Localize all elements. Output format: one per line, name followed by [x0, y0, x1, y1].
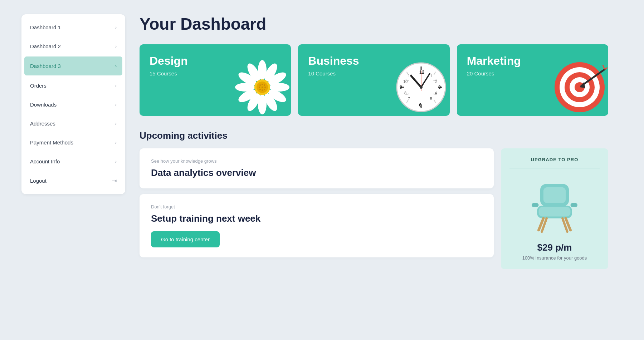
go-to-training-button[interactable]: Go to training center — [151, 231, 220, 247]
svg-text:3: 3 — [438, 84, 441, 90]
svg-text:4: 4 — [435, 91, 437, 95]
page-title: Your Dashboard — [140, 14, 608, 34]
activity-title-2: Setup training next week — [151, 213, 482, 224]
svg-text:9: 9 — [400, 84, 402, 90]
upgrade-label: UPGRADE TO PRO — [531, 157, 579, 162]
svg-text:6: 6 — [419, 102, 421, 108]
marketing-card-image — [551, 59, 608, 116]
sidebar-item-dashboard-3[interactable]: Dashboard 3 › — [24, 56, 122, 75]
svg-point-52 — [420, 86, 423, 89]
svg-text:7: 7 — [408, 97, 410, 101]
sidebar-item-label: Downloads — [30, 102, 57, 108]
svg-text:5: 5 — [430, 97, 432, 101]
svg-text:8: 8 — [404, 91, 406, 95]
svg-point-19 — [264, 87, 266, 88]
svg-point-17 — [259, 87, 260, 88]
upgrade-description: 100% Insurance for your goods — [522, 255, 587, 261]
sidebar-item-label: Addresses — [30, 120, 55, 127]
logout-icon: ⇥ — [112, 177, 117, 184]
svg-text:10: 10 — [403, 79, 408, 84]
svg-text:12: 12 — [419, 69, 424, 75]
upcoming-section-title: Upcoming activities — [140, 130, 608, 141]
svg-point-22 — [264, 89, 265, 90]
svg-point-21 — [262, 89, 263, 91]
upgrade-card[interactable]: UPGRADE TO PRO — [501, 148, 608, 269]
chevron-right-icon: › — [115, 83, 117, 88]
svg-point-18 — [262, 87, 263, 88]
sidebar-item-label: Orders — [30, 83, 47, 89]
svg-line-61 — [605, 68, 608, 69]
sidebar-item-label: Dashboard 2 — [30, 43, 61, 49]
activities-col: See how your knowledge grows Data analyt… — [140, 148, 494, 269]
chevron-right-icon: › — [115, 63, 117, 69]
sidebar-item-label: Account Info — [30, 158, 60, 164]
activity-label-2: Don't forget — [151, 204, 482, 210]
category-card-marketing[interactable]: Marketing 20 Courses — [457, 44, 608, 116]
activity-card-1: See how your knowledge grows Data analyt… — [140, 148, 494, 188]
chevron-right-icon: › — [115, 25, 117, 30]
category-card-design[interactable]: Design 15 Courses — [140, 44, 291, 116]
upgrade-divider — [509, 168, 600, 168]
chevron-right-icon: › — [115, 140, 117, 145]
chevron-right-icon: › — [115, 44, 117, 49]
main-content: Your Dashboard Design 15 Courses — [125, 14, 623, 326]
svg-rect-67 — [570, 203, 577, 207]
sidebar-item-account-info[interactable]: Account Info › — [21, 152, 125, 171]
category-cards-section: Design 15 Courses — [140, 44, 608, 116]
sidebar-item-dashboard-2[interactable]: Dashboard 2 › — [21, 37, 125, 56]
svg-rect-65 — [539, 207, 571, 217]
svg-text:2: 2 — [435, 79, 437, 84]
svg-point-16 — [264, 84, 265, 86]
sidebar-item-logout[interactable]: Logout ⇥ — [21, 171, 125, 191]
svg-point-20 — [259, 89, 261, 90]
chevron-right-icon: › — [115, 121, 117, 126]
upgrade-price: $29 p/m — [537, 242, 572, 253]
svg-text:1: 1 — [430, 74, 432, 78]
sidebar-item-downloads[interactable]: Downloads › — [21, 95, 125, 114]
activities-layout: See how your knowledge grows Data analyt… — [140, 148, 608, 269]
sidebar-item-payment-methods[interactable]: Payment Methods › — [21, 133, 125, 152]
sidebar-item-dashboard-1[interactable]: Dashboard 1 › — [21, 18, 125, 37]
sidebar-item-label: Payment Methods — [30, 139, 73, 146]
chair-image — [522, 178, 587, 235]
sidebar-item-label: Dashboard 1 — [30, 24, 61, 30]
svg-rect-66 — [532, 203, 539, 207]
activity-card-2: Don't forget Setup training next week Go… — [140, 194, 494, 257]
activity-title-1: Data analytics overview — [151, 167, 482, 178]
sidebar-item-addresses[interactable]: Addresses › — [21, 114, 125, 133]
sidebar-item-label: Dashboard 3 — [30, 63, 61, 69]
svg-rect-63 — [543, 187, 566, 203]
category-card-business[interactable]: Business 10 Courses — [298, 44, 449, 116]
chevron-right-icon: › — [115, 159, 117, 164]
sidebar-item-label: Logout — [30, 178, 47, 184]
sidebar-item-orders[interactable]: Orders › — [21, 76, 125, 95]
svg-point-15 — [262, 84, 263, 85]
svg-line-60 — [603, 65, 605, 69]
sidebar: Dashboard 1 › Dashboard 2 › Dashboard 3 … — [21, 14, 125, 194]
design-card-image — [234, 59, 291, 116]
svg-point-14 — [259, 84, 261, 86]
chevron-right-icon: › — [115, 102, 117, 107]
business-card-image: 12 3 6 9 1 2 4 5 11 10 8 7 — [392, 59, 450, 116]
activity-label-1: See how your knowledge grows — [151, 158, 482, 164]
